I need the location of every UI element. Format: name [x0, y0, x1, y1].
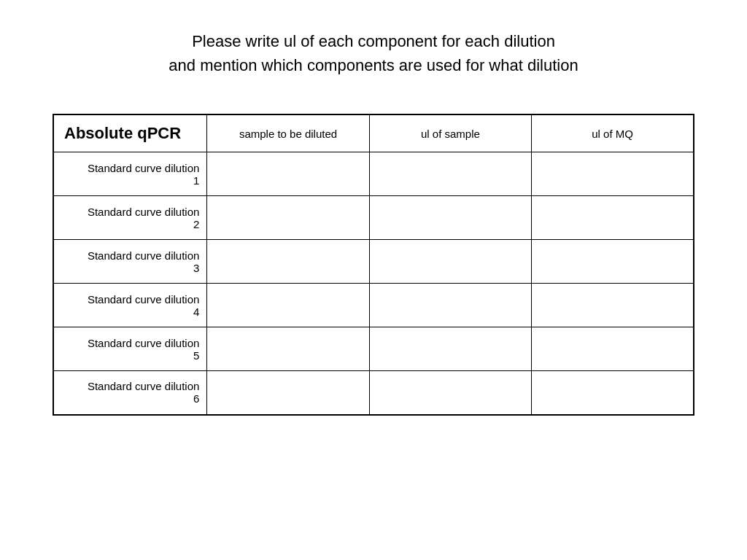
row-1-label: Standard curve dilution 1 [53, 152, 207, 196]
row-5-ul-sample [369, 327, 531, 371]
row-2-label: Standard curve dilution 2 [53, 196, 207, 240]
row-5-sample-diluted [207, 327, 369, 371]
table-header-row: Absolute qPCR sample to be diluted ul of… [53, 114, 694, 152]
row-4-label: Standard curve dilution 4 [53, 284, 207, 327]
row-6-sample-diluted [207, 371, 369, 415]
header-col3: ul of sample [369, 114, 531, 152]
qpcr-table: Absolute qPCR sample to be diluted ul of… [53, 114, 694, 416]
row-2-sample-diluted [207, 196, 369, 240]
table-row: Standard curve dilution 4 [53, 284, 694, 327]
row-5-ul-mq [532, 327, 694, 371]
row-6-label: Standard curve dilution 6 [53, 371, 207, 415]
row-1-sample-diluted [207, 152, 369, 196]
table-row: Standard curve dilution 5 [53, 327, 694, 371]
row-4-ul-mq [532, 284, 694, 327]
header-col4: ul of MQ [532, 114, 694, 152]
main-table-container: Absolute qPCR sample to be diluted ul of… [53, 114, 694, 416]
row-3-sample-diluted [207, 240, 369, 284]
row-3-ul-sample [369, 240, 531, 284]
row-2-ul-mq [532, 196, 694, 240]
row-4-sample-diluted [207, 284, 369, 327]
table-row: Standard curve dilution 3 [53, 240, 694, 284]
table-row: Standard curve dilution 6 [53, 371, 694, 415]
row-6-ul-mq [532, 371, 694, 415]
row-5-label: Standard curve dilution 5 [53, 327, 207, 371]
table-row: Standard curve dilution 2 [53, 196, 694, 240]
row-1-ul-sample [369, 152, 531, 196]
row-1-ul-mq [532, 152, 694, 196]
row-3-label: Standard curve dilution 3 [53, 240, 207, 284]
row-6-ul-sample [369, 371, 531, 415]
table-row: Standard curve dilution 1 [53, 152, 694, 196]
header-col1: Absolute qPCR [53, 114, 207, 152]
row-4-ul-sample [369, 284, 531, 327]
header-col2: sample to be diluted [207, 114, 369, 152]
page-title: Please write ul of each component for ea… [169, 29, 578, 77]
row-3-ul-mq [532, 240, 694, 284]
row-2-ul-sample [369, 196, 531, 240]
